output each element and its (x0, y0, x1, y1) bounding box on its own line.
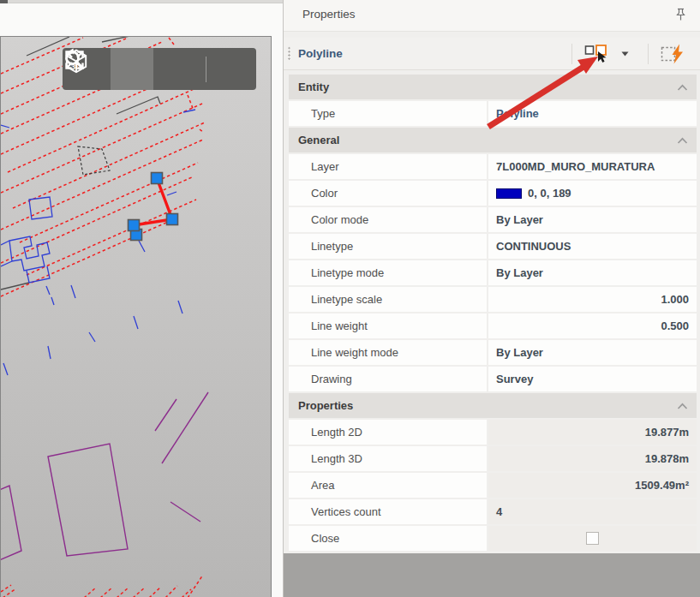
property-value[interactable]: Polyline (488, 101, 697, 126)
property-label: Layer (289, 154, 487, 179)
property-value-text: 0, 0, 189 (528, 187, 571, 200)
close-checkbox[interactable] (586, 532, 599, 545)
property-label: Length 2D (289, 420, 487, 445)
selection-bar-icons (563, 38, 700, 69)
property-row-line-weight: Line weight0.500 (289, 313, 697, 338)
section-title: Entity (298, 81, 677, 93)
property-row-linetype-scale: Linetype scale1.000 (289, 287, 697, 312)
property-label: Linetype mode (289, 260, 487, 285)
property-value[interactable]: Survey (488, 367, 697, 391)
selection-bar: Polyline (284, 38, 700, 70)
property-label: Line weight mode (289, 340, 487, 365)
property-row-linetype-mode: Linetype modeBy Layer (289, 260, 697, 285)
property-row-color-mode: Color modeBy Layer (289, 207, 697, 232)
drawing-canvas[interactable]: 3D (0, 36, 272, 597)
section-title: Properties (298, 399, 677, 412)
property-label: Color mode (289, 207, 487, 232)
pick-entities-button[interactable] (581, 41, 611, 66)
property-value-text: By Layer (496, 213, 543, 226)
panel-title: Properties (302, 8, 356, 21)
svg-text:3D: 3D (71, 62, 81, 71)
view-3d-button[interactable]: 3D (206, 48, 256, 90)
panel-footer (284, 553, 700, 597)
vertex-grips (129, 173, 178, 241)
property-label: Length 3D (289, 446, 487, 471)
property-value-text: CONTINUOUS (496, 240, 571, 253)
property-label: Linetype (289, 234, 487, 259)
property-value: 19.878m (488, 446, 697, 471)
property-value-text: 19.878m (645, 452, 689, 465)
property-value: 1509.49m² (488, 473, 697, 498)
property-value-text: 4 (496, 505, 502, 518)
quick-select-icon (661, 44, 686, 64)
section-header-general[interactable]: General (289, 128, 697, 152)
property-row-close: Close (289, 526, 697, 551)
property-value (488, 526, 697, 551)
quick-select-button[interactable] (657, 42, 690, 66)
vertex-grip[interactable] (129, 220, 140, 231)
chevron-down-icon (621, 51, 629, 57)
color-swatch (496, 188, 522, 199)
red-hatch-ticks-bottom (1, 575, 203, 597)
property-row-vertices-count: Vertices count4 (289, 499, 697, 524)
section-header-properties[interactable]: Properties (289, 393, 697, 418)
pin-icon (675, 8, 686, 21)
selected-entity-title: Polyline (298, 47, 343, 60)
property-value[interactable]: By Layer (488, 207, 697, 232)
property-label: Area (289, 473, 487, 498)
property-value: 4 (488, 499, 697, 524)
property-value[interactable]: 0.500 (488, 313, 697, 338)
section-title: General (298, 134, 677, 146)
property-value-text: By Layer (496, 346, 543, 359)
separator (648, 44, 649, 64)
property-row-line-weight-mode: Line weight modeBy Layer (289, 340, 697, 365)
property-row-layer: Layer7L000MD_MURO_MURATURA (289, 154, 697, 179)
property-value-text: 7L000MD_MURO_MURATURA (496, 160, 655, 173)
property-value[interactable]: By Layer (488, 340, 697, 365)
view-toolbar: 3D (63, 48, 256, 90)
section-header-entity[interactable]: Entity (289, 75, 697, 99)
vertex-grip[interactable] (152, 173, 163, 184)
property-value[interactable]: CONTINUOUS (488, 234, 697, 259)
property-label: Close (289, 526, 487, 551)
property-row-length-3d: Length 3D19.878m (289, 446, 697, 471)
property-row-drawing: DrawingSurvey (289, 367, 697, 391)
pin-panel-button[interactable] (675, 8, 686, 25)
panel-header: Properties (284, 0, 700, 32)
pick-options-dropdown[interactable] (611, 50, 639, 58)
property-label: Vertices count (289, 499, 487, 524)
property-value-text: 0.500 (661, 319, 689, 332)
property-label: Drawing (289, 367, 487, 391)
purple-parcels (1, 392, 208, 561)
vertex-grip[interactable] (167, 214, 178, 225)
property-row-length-2d: Length 2D19.877m (289, 420, 697, 445)
property-value-text: Polyline (496, 107, 539, 120)
drag-handle[interactable] (288, 46, 290, 61)
property-row-linetype: LinetypeCONTINUOUS (289, 234, 697, 259)
pick-entities-icon (584, 43, 607, 64)
window-corner-chip (0, 0, 8, 3)
property-label: Linetype scale (289, 287, 487, 312)
property-value-text: 19.877m (645, 426, 689, 439)
property-label: Type (289, 101, 487, 126)
property-label: Color (289, 181, 487, 206)
property-label: Line weight (289, 313, 487, 338)
separator (571, 44, 572, 64)
property-value-text: 1509.49m² (635, 479, 689, 492)
property-row-type: TypePolyline (289, 101, 697, 126)
zoom-extents-button[interactable] (153, 48, 205, 90)
collapse-chevron-icon (677, 84, 688, 91)
dashed-diamond (78, 146, 110, 175)
collapse-chevron-icon (677, 403, 688, 409)
properties-panel: Properties Polyline (283, 0, 700, 597)
property-value[interactable]: 7L000MD_MURO_MURATURA (488, 154, 697, 179)
property-value[interactable]: 0, 0, 189 (488, 181, 697, 206)
zoom-window-button[interactable] (111, 48, 153, 90)
property-grid: EntityTypePolylineGeneralLayer7L000MD_MU… (289, 75, 697, 552)
property-value[interactable]: By Layer (488, 260, 697, 285)
property-value-text: Survey (496, 373, 533, 385)
property-value[interactable]: 1.000 (488, 287, 697, 312)
property-value-text: 1.000 (661, 293, 689, 306)
cad-drawing (1, 37, 271, 597)
property-value-text: By Layer (496, 266, 543, 279)
